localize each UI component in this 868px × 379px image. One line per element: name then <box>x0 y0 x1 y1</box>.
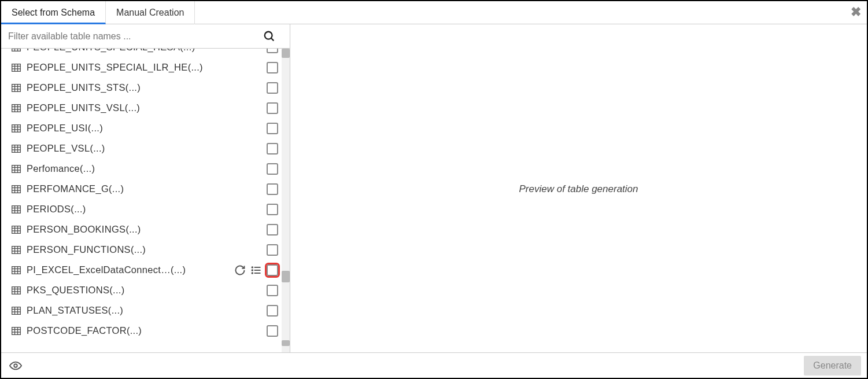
footer: Generate <box>1 352 867 378</box>
tab-select-from-schema[interactable]: Select from Schema <box>1 1 106 24</box>
svg-rect-52 <box>12 246 21 253</box>
checkbox[interactable] <box>267 224 278 236</box>
table-row[interactable]: PEOPLE_VSL(...) <box>1 138 280 159</box>
list-icon[interactable] <box>250 264 262 276</box>
svg-rect-78 <box>12 327 21 334</box>
table-icon <box>12 165 21 173</box>
checkbox[interactable] <box>267 123 278 134</box>
svg-point-66 <box>252 270 253 271</box>
table-icon <box>12 266 21 274</box>
checkbox[interactable] <box>267 102 278 114</box>
checkbox[interactable] <box>267 163 278 175</box>
table-row[interactable]: PEOPLE_UNITS_STS(...) <box>1 78 280 98</box>
search-row <box>1 24 290 49</box>
table-row[interactable]: PEOPLE_UNITS_SPECIAL_ILR_HE(...) <box>1 57 280 78</box>
table-row[interactable]: Perfomance(...) <box>1 159 280 179</box>
table-row[interactable]: PKS_QUESTIONS(...) <box>1 280 280 300</box>
generate-button[interactable]: Generate <box>804 356 861 376</box>
table-icon <box>12 104 21 112</box>
checkbox[interactable] <box>267 204 278 215</box>
svg-rect-2 <box>12 49 21 51</box>
svg-rect-73 <box>12 307 21 314</box>
preview-placeholder-text: Preview of table generation <box>519 183 638 195</box>
search-icon[interactable] <box>263 30 276 43</box>
table-icon <box>12 205 21 214</box>
checkbox[interactable] <box>267 143 278 154</box>
table-row[interactable]: PI_EXCEL_ExcelDataConnect…(...) <box>1 260 280 280</box>
table-name: PEOPLE_UNITS_STS(...) <box>27 82 280 93</box>
checkbox[interactable] <box>267 62 278 73</box>
table-row[interactable]: PERIODS(...) <box>1 199 280 219</box>
scrollbar-thumb[interactable] <box>282 271 290 282</box>
table-name: PEOPLE_VSL(...) <box>27 143 280 154</box>
table-row[interactable]: PEOPLE_UNITS_VSL(...) <box>1 98 280 118</box>
svg-line-1 <box>271 38 274 41</box>
svg-point-83 <box>14 364 17 367</box>
table-list-container: PEOPLE_UNITS_SPECIAL_HESA(...)PEOPLE_UNI… <box>1 49 290 354</box>
eye-icon[interactable] <box>9 359 22 372</box>
table-name: PI_EXCEL_ExcelDataConnect…(...) <box>27 264 234 275</box>
table-row[interactable]: PERSON_BOOKINGS(...) <box>1 219 280 240</box>
close-icon[interactable]: ✖ <box>851 5 861 20</box>
table-row[interactable]: PERSON_FUNCTIONS(...) <box>1 240 280 260</box>
svg-point-67 <box>252 273 253 274</box>
table-name: PERFOMANCE_G(...) <box>27 183 280 194</box>
table-name: PEOPLE_UNITS_VSL(...) <box>27 102 280 113</box>
svg-rect-17 <box>12 104 21 112</box>
checkbox[interactable] <box>267 305 278 317</box>
svg-rect-42 <box>12 205 21 213</box>
table-name: PLAN_STATUSES(...) <box>27 305 280 316</box>
checkbox[interactable] <box>267 325 278 337</box>
svg-point-65 <box>252 267 253 268</box>
table-icon <box>12 327 21 335</box>
checkbox[interactable] <box>267 264 278 276</box>
search-input[interactable] <box>6 28 263 45</box>
table-icon <box>12 145 21 153</box>
table-row[interactable]: POSTCODE_FACTOR(...) <box>1 321 280 341</box>
tab-manual-creation[interactable]: Manual Creation <box>106 1 195 24</box>
table-list: PEOPLE_UNITS_SPECIAL_HESA(...)PEOPLE_UNI… <box>1 49 290 354</box>
table-name: PEOPLE_UNITS_SPECIAL_HESA(...) <box>27 49 280 53</box>
table-icon <box>12 246 21 254</box>
table-name: Perfomance(...) <box>27 163 280 174</box>
table-name: PERIODS(...) <box>27 204 280 215</box>
table-row[interactable]: PLAN_STATUSES(...) <box>1 300 280 321</box>
table-row[interactable]: PEOPLE_USI(...) <box>1 118 280 138</box>
checkbox[interactable] <box>267 244 278 256</box>
scrollbar-thumb[interactable] <box>282 49 290 58</box>
scrollbar-track[interactable] <box>282 49 290 354</box>
svg-rect-68 <box>12 286 21 294</box>
table-row[interactable]: PERFOMANCE_G(...) <box>1 179 280 199</box>
table-name: POSTCODE_FACTOR(...) <box>27 325 280 336</box>
preview-panel: Preview of table generation <box>290 24 867 354</box>
svg-rect-12 <box>12 84 21 91</box>
scrollbar-thumb[interactable] <box>282 340 290 346</box>
svg-rect-57 <box>12 266 21 274</box>
svg-point-0 <box>265 31 272 39</box>
table-icon <box>12 84 21 92</box>
checkbox[interactable] <box>267 183 278 195</box>
left-panel: PEOPLE_UNITS_SPECIAL_HESA(...)PEOPLE_UNI… <box>1 24 290 354</box>
table-icon <box>12 124 21 133</box>
table-name: PERSON_BOOKINGS(...) <box>27 224 280 235</box>
content-area: PEOPLE_UNITS_SPECIAL_HESA(...)PEOPLE_UNI… <box>1 24 867 354</box>
table-name: PERSON_FUNCTIONS(...) <box>27 244 280 255</box>
table-name: PEOPLE_UNITS_SPECIAL_ILR_HE(...) <box>27 62 280 73</box>
table-name: PKS_QUESTIONS(...) <box>27 285 280 296</box>
table-name: PEOPLE_USI(...) <box>27 123 280 134</box>
svg-rect-37 <box>12 185 21 193</box>
header-tabs: Select from Schema Manual Creation ✖ <box>1 1 867 24</box>
checkbox[interactable] <box>267 285 278 296</box>
table-row[interactable]: PEOPLE_UNITS_SPECIAL_HESA(...) <box>1 49 280 57</box>
table-icon <box>12 64 21 72</box>
refresh-icon[interactable] <box>234 264 246 276</box>
svg-rect-27 <box>12 145 21 152</box>
table-icon <box>12 307 21 315</box>
table-icon <box>12 49 21 51</box>
checkbox[interactable] <box>267 82 278 94</box>
table-icon <box>12 185 21 193</box>
table-icon <box>12 286 21 295</box>
svg-rect-7 <box>12 64 21 71</box>
svg-rect-32 <box>12 165 21 172</box>
checkbox[interactable] <box>267 49 278 53</box>
